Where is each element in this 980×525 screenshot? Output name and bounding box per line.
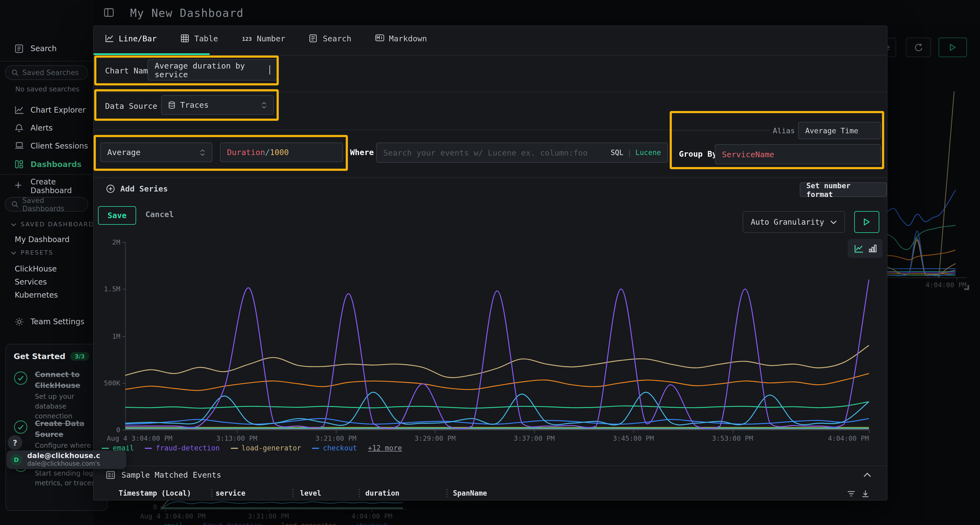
lucene-mode-toggle[interactable]: Lucene: [635, 149, 661, 157]
chevron-down-icon: [11, 251, 16, 254]
y-tick-label: 1.5M: [95, 285, 120, 293]
x-tick-label: 3:29:00 PM: [415, 434, 456, 442]
list-icon: [106, 471, 115, 479]
filter-columns-icon[interactable]: [847, 490, 855, 498]
legend-more-link[interactable]: +12 more: [368, 444, 402, 452]
get-started-card: Get Started 3/3 Connect to ClickHouse Se…: [5, 344, 108, 511]
tab-markdown[interactable]: Markdown: [375, 34, 427, 43]
avatar: D: [10, 454, 22, 466]
y-tick-label: 500K: [95, 379, 120, 387]
get-started-item[interactable]: Connect to ClickHouse Set up your databa…: [14, 370, 101, 421]
saved-dashboards-input[interactable]: Saved Dashboards: [5, 197, 88, 212]
chevron-up-icon[interactable]: [864, 472, 871, 477]
sidebar-item-search[interactable]: Search: [0, 40, 94, 57]
chart-name-input[interactable]: Average duration by service: [148, 59, 277, 81]
set-number-format-button[interactable]: Set number format: [800, 182, 887, 197]
circle-plus-icon: [106, 184, 115, 193]
where-search-input[interactable]: Search your events w/ Lucene ex. column:…: [376, 143, 668, 163]
y-tick-label: 2M: [95, 238, 120, 246]
gear-icon: [15, 317, 24, 326]
save-button[interactable]: Save: [98, 206, 136, 225]
bg-bottom-x-label: 3:31:00 PM: [248, 512, 289, 520]
tab-search[interactable]: Search: [309, 34, 352, 43]
column-header-timestamp[interactable]: Timestamp (Local): [119, 489, 191, 497]
tab-number[interactable]: 123 Number: [242, 34, 285, 43]
user-name: dale@clickhouse.c: [27, 452, 100, 460]
select-updown-icon: [261, 102, 267, 109]
text-caret: [269, 65, 270, 75]
legend-item-load-generator[interactable]: load-generator: [231, 444, 301, 452]
presets-section[interactable]: PRESETS: [11, 249, 92, 256]
bg-bottom-legend: email fraud-detection load-generator che…: [153, 522, 387, 525]
no-saved-searches-note: No saved searches: [15, 85, 80, 93]
column-header-spanname[interactable]: SpanName: [453, 489, 487, 497]
data-source-label: Data Source: [105, 102, 158, 111]
tab-line-bar[interactable]: Line/Bar: [105, 34, 157, 43]
sidebar-item-my-dashboard[interactable]: My Dashboard: [15, 235, 70, 244]
y-tick-label: 1M: [95, 332, 120, 340]
legend-item-fraud-detection[interactable]: fraud-detection: [145, 444, 220, 452]
chart-editor-modal: Line/Bar Table 123 Number Search: [94, 26, 887, 500]
legend-item-checkout[interactable]: checkout: [312, 444, 357, 452]
select-updown-icon: [200, 149, 205, 156]
top-bar: HyperDX My New Dashboard: [0, 0, 980, 26]
bg-bottom-x-label: Aug 4 3:04:00 PM: [140, 512, 205, 520]
saved-dashboards-section[interactable]: SAVED DASHBOARDS: [11, 221, 92, 228]
play-icon: [950, 43, 956, 51]
get-started-title: Get Started: [14, 352, 65, 361]
aggregation-select[interactable]: Average: [100, 143, 212, 162]
cancel-button[interactable]: Cancel: [145, 210, 174, 219]
field-formula-input[interactable]: Duration / 1000: [220, 143, 343, 162]
background-right-chart: [886, 91, 956, 278]
sidebar-item-team-settings[interactable]: Team Settings: [0, 313, 94, 330]
bg-bottom-zero: 0: [153, 503, 157, 511]
sidebar-item-clickhouse[interactable]: ClickHouse: [15, 265, 57, 273]
sidebar-item-services[interactable]: Services: [15, 278, 47, 286]
sidebar-item-alerts[interactable]: Alerts: [0, 120, 94, 136]
group-by-label: Group By: [679, 150, 717, 158]
sidebar-item-chart-explorer[interactable]: Chart Explorer: [0, 102, 94, 118]
get-started-badge: 3/3: [70, 352, 89, 361]
alias-input[interactable]: Average Time: [798, 122, 881, 139]
tab-table[interactable]: Table: [181, 34, 218, 43]
granularity-select[interactable]: Auto Granularity: [743, 211, 845, 233]
sidebar-item-dashboards[interactable]: Dashboards: [0, 156, 94, 173]
create-dashboard-button[interactable]: Create Dashboard: [0, 178, 94, 194]
chart-legend: email fraud-detection load-generator che…: [102, 444, 402, 452]
laptop-icon: [15, 141, 24, 151]
chevron-down-icon: [830, 220, 837, 224]
search-doc-icon: [309, 34, 318, 43]
bar-chart-toggle-icon[interactable]: [869, 244, 876, 252]
x-tick-label: 3:13:00 PM: [216, 434, 258, 442]
database-icon: [168, 101, 175, 109]
column-header-service[interactable]: service: [216, 489, 245, 497]
x-tick-label: Aug 4 3:04:00 PM: [107, 434, 173, 442]
sql-mode-toggle[interactable]: SQL: [611, 149, 624, 157]
download-icon[interactable]: [861, 490, 869, 498]
saved-searches-input[interactable]: Saved Searches: [5, 65, 88, 80]
column-header-level[interactable]: level: [300, 489, 321, 497]
add-series-button[interactable]: Add Series: [106, 184, 168, 193]
sidebar-item-kubernetes[interactable]: Kubernetes: [15, 290, 58, 299]
run-query-button-background[interactable]: [939, 38, 967, 57]
column-header-duration[interactable]: duration: [365, 489, 399, 497]
bell-icon: [15, 123, 24, 132]
sample-matched-events-header[interactable]: Sample Matched Events: [106, 471, 221, 479]
plus-icon: [15, 181, 24, 191]
check-circle-icon: [14, 420, 28, 434]
y-tick-label: 0: [95, 426, 120, 434]
user-menu[interactable]: D dale@clickhouse.c dale@clickhouse.com'…: [6, 450, 126, 469]
chart-name-label: Chart Name: [105, 67, 153, 75]
data-source-select[interactable]: Traces: [161, 95, 274, 115]
refresh-button[interactable]: [906, 38, 931, 57]
group-by-input[interactable]: ServiceName: [715, 144, 881, 164]
sidebar-item-client-sessions[interactable]: Client Sessions: [0, 138, 94, 154]
sidebar-collapse-icon[interactable]: [104, 8, 114, 17]
x-tick-label: 3:53:00 PM: [712, 434, 753, 442]
x-tick-label: 3:37:00 PM: [514, 434, 555, 442]
tile-resize-handle[interactable]: [964, 285, 969, 290]
magnifier-icon: [11, 69, 19, 76]
run-chart-button[interactable]: [854, 211, 879, 233]
help-button[interactable]: ?: [8, 435, 22, 450]
main-chart[interactable]: [125, 242, 869, 430]
